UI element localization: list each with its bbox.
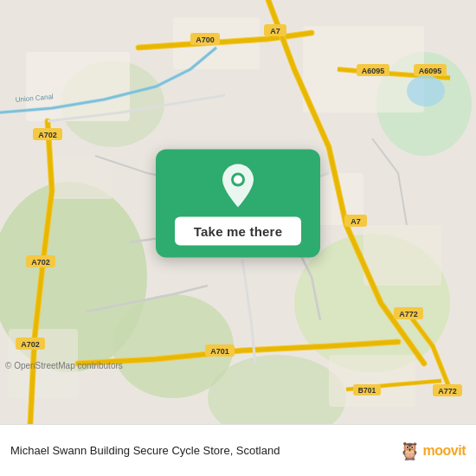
take-me-there-button[interactable]: Take me there (175, 217, 301, 246)
location-pin-icon (219, 163, 257, 209)
svg-text:A702: A702 (31, 258, 50, 267)
svg-text:A700: A700 (196, 35, 215, 44)
svg-text:A7: A7 (351, 217, 361, 226)
map-container: Union Canal A700 A7 A7 A702 A702 A702 A6… (0, 0, 476, 424)
svg-text:A6095: A6095 (362, 67, 385, 75)
moovit-brand-text: moovit (423, 443, 466, 459)
copyright-text: © OpenStreetMap contributors (5, 361, 123, 370)
moovit-owl-icon: 🦉 (399, 441, 421, 461)
svg-point-40 (407, 75, 445, 106)
svg-rect-13 (329, 355, 415, 407)
svg-text:A702: A702 (38, 131, 57, 139)
svg-text:A772: A772 (438, 387, 457, 396)
location-icon-wrapper (215, 164, 261, 209)
svg-rect-12 (363, 225, 441, 286)
moovit-logo: 🦉 moovit (399, 441, 466, 461)
svg-text:A6095: A6095 (419, 67, 442, 75)
svg-text:A7: A7 (270, 27, 280, 35)
svg-text:A772: A772 (399, 310, 418, 318)
footer-location-name: Michael Swann Building Secure Cycle Stor… (10, 444, 392, 457)
svg-text:B701: B701 (358, 386, 376, 395)
footer-bar: Michael Swann Building Secure Cycle Stor… (0, 424, 476, 476)
svg-text:A702: A702 (21, 340, 40, 349)
svg-text:A701: A701 (210, 347, 229, 356)
svg-rect-11 (52, 156, 113, 199)
overlay-card: Take me there (156, 150, 320, 258)
svg-point-42 (234, 176, 242, 184)
